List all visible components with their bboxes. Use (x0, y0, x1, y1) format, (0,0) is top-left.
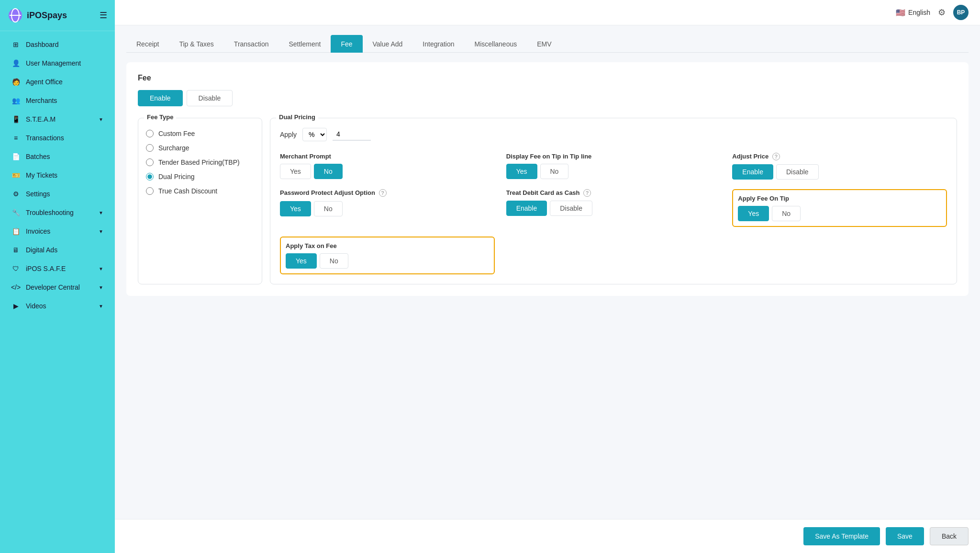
radio-input-custom-fee[interactable] (146, 130, 154, 137)
flag-icon: 🇺🇸 (896, 8, 905, 17)
radio-input-tbp[interactable] (146, 158, 154, 166)
apply-tax-on-fee-yes[interactable]: Yes (286, 253, 317, 269)
radio-dual-pricing[interactable]: Dual Pricing (146, 173, 254, 181)
sidebar-item-label: Settings (26, 190, 50, 198)
sidebar-item-steam[interactable]: 📱 S.T.E.A.M ▼ (4, 110, 111, 128)
apply-fee-on-tip-label: Apply Fee On Tip (738, 195, 941, 202)
radio-custom-fee[interactable]: Custom Fee (146, 130, 254, 137)
sidebar-item-label: Developer Central (26, 283, 80, 291)
tab-fee[interactable]: Fee (331, 35, 362, 53)
enable-disable-row: Enable Disable (138, 90, 957, 106)
avatar-button[interactable]: BP (953, 5, 969, 20)
apply-unit-select[interactable]: % $ (302, 128, 327, 141)
sidebar-item-label: S.T.E.A.M (26, 115, 56, 123)
user-icon: 👤 (11, 59, 20, 68)
user-circle-icon: 🧑 (11, 78, 20, 86)
save-as-template-button[interactable]: Save As Template (803, 527, 880, 545)
tab-integration[interactable]: Integration (412, 35, 464, 53)
sidebar-item-transactions[interactable]: ≡ Transactions (4, 129, 111, 147)
options-grid: Merchant Prompt Yes No Display Fee on Ti… (280, 153, 947, 274)
apply-tax-on-fee-label: Apply Tax on Fee (286, 242, 489, 249)
sidebar-item-settings[interactable]: ⚙ Settings (4, 185, 111, 203)
password-protect-label: Password Protect Adjust Option ? (280, 189, 495, 197)
chevron-down-icon: ▼ (99, 210, 103, 215)
ticket-icon: 🎫 (11, 171, 20, 180)
disable-button[interactable]: Disable (187, 90, 233, 106)
treat-debit-card-disable[interactable]: Disable (550, 201, 592, 216)
sidebar-item-invoices[interactable]: 📋 Invoices ▼ (4, 222, 111, 240)
sidebar-item-label: Invoices (26, 227, 50, 235)
sidebar-item-merchants[interactable]: 👥 Merchants (4, 91, 111, 110)
radio-input-surcharge[interactable] (146, 144, 154, 152)
apply-tax-on-fee-no[interactable]: No (320, 253, 348, 269)
display-fee-on-tip-yes[interactable]: Yes (506, 164, 537, 179)
sidebar-item-ipos-safe[interactable]: 🛡 iPOS S.A.F.E ▼ (4, 260, 111, 278)
grid-icon: ⊞ (11, 40, 20, 49)
enable-button[interactable]: Enable (138, 90, 183, 106)
adjust-price-info-icon: ? (772, 153, 780, 160)
sidebar-item-dashboard[interactable]: ⊞ Dashboard (4, 35, 111, 54)
password-protect-no[interactable]: No (314, 201, 343, 216)
tab-miscellaneous[interactable]: Miscellaneous (465, 35, 527, 53)
sidebar-item-label: Troubleshooting (26, 209, 74, 216)
radio-surcharge[interactable]: Surcharge (146, 144, 254, 152)
fee-type-panel: Fee Type Custom Fee Surcharge Tender (138, 118, 262, 284)
tab-transaction[interactable]: Transaction (224, 35, 279, 53)
radio-input-true-cash-discount[interactable] (146, 187, 154, 195)
code-icon: </> (11, 283, 20, 292)
logo-text: iPOSpays (27, 11, 67, 21)
sidebar-item-digital-ads[interactable]: 🖥 Digital Ads (4, 241, 111, 259)
language-selector[interactable]: 🇺🇸 English (896, 8, 930, 17)
apply-fee-on-tip-yes[interactable]: Yes (738, 206, 769, 221)
radio-tbp[interactable]: Tender Based Pricing(TBP) (146, 158, 254, 166)
hamburger-button[interactable]: ☰ (100, 11, 107, 20)
sidebar-item-agent-office[interactable]: 🧑 Agent Office (4, 73, 111, 91)
sidebar-item-label: Merchants (26, 97, 57, 104)
logo-icon (8, 8, 23, 23)
adjust-price-enable[interactable]: Enable (732, 164, 773, 180)
sidebar-item-label: Transactions (26, 134, 64, 142)
fee-type-legend: Fee Type (144, 113, 176, 121)
apply-fee-on-tip-no[interactable]: No (772, 206, 801, 221)
display-fee-on-tip-no[interactable]: No (540, 164, 569, 179)
apply-label: Apply (280, 131, 297, 138)
password-protect-group: Password Protect Adjust Option ? Yes No (280, 189, 495, 227)
radio-true-cash-discount[interactable]: True Cash Discount (146, 187, 254, 195)
sidebar-header: iPOSpays ☰ (0, 0, 115, 31)
adjust-price-disable[interactable]: Disable (776, 164, 819, 180)
password-protect-yes[interactable]: Yes (280, 201, 311, 216)
sidebar-item-troubleshooting[interactable]: 🔧 Troubleshooting ▼ (4, 203, 111, 222)
shield-icon: 🛡 (11, 264, 20, 273)
sidebar-item-batches[interactable]: 📄 Batches (4, 147, 111, 166)
settings-button[interactable]: ⚙ (938, 7, 946, 18)
main-content: 🇺🇸 English ⚙ BP Receipt Tip & Taxes Tran… (115, 0, 980, 553)
password-protect-info-icon: ? (379, 189, 387, 197)
dual-pricing-panel: Dual Pricing Apply % $ Merchant Prompt (270, 118, 957, 284)
treat-debit-card-info-icon: ? (583, 189, 591, 197)
merchant-prompt-group: Merchant Prompt Yes No (280, 153, 495, 180)
page-area: Receipt Tip & Taxes Transaction Settleme… (115, 25, 980, 519)
tab-value-add[interactable]: Value Add (363, 35, 413, 53)
tab-settlement[interactable]: Settlement (278, 35, 331, 53)
sidebar-item-user-management[interactable]: 👤 User Management (4, 54, 111, 72)
apply-value-input[interactable] (333, 128, 371, 141)
merchant-prompt-yes[interactable]: Yes (280, 164, 311, 179)
tab-tip-taxes[interactable]: Tip & Taxes (169, 35, 223, 53)
chevron-down-icon: ▼ (99, 229, 103, 234)
sidebar-item-developer-central[interactable]: </> Developer Central ▼ (4, 278, 111, 296)
merchant-prompt-label: Merchant Prompt (280, 153, 495, 160)
back-button[interactable]: Back (930, 527, 969, 545)
adjust-price-group: Adjust Price ? Enable Disable (732, 153, 947, 180)
sidebar-item-my-tickets[interactable]: 🎫 My Tickets (4, 166, 111, 184)
tab-emv[interactable]: EMV (527, 35, 561, 53)
treat-debit-card-enable[interactable]: Enable (506, 201, 547, 216)
merchant-prompt-no[interactable]: No (314, 164, 343, 179)
radio-label-custom-fee: Custom Fee (158, 130, 195, 137)
sidebar-item-label: Agent Office (26, 78, 63, 86)
tab-receipt[interactable]: Receipt (126, 35, 169, 53)
chevron-down-icon: ▼ (99, 117, 103, 122)
sidebar-item-videos[interactable]: ▶ Videos ▼ (4, 297, 111, 315)
radio-label-dual-pricing: Dual Pricing (158, 173, 194, 181)
save-button[interactable]: Save (886, 527, 924, 545)
radio-input-dual-pricing[interactable] (146, 173, 154, 181)
